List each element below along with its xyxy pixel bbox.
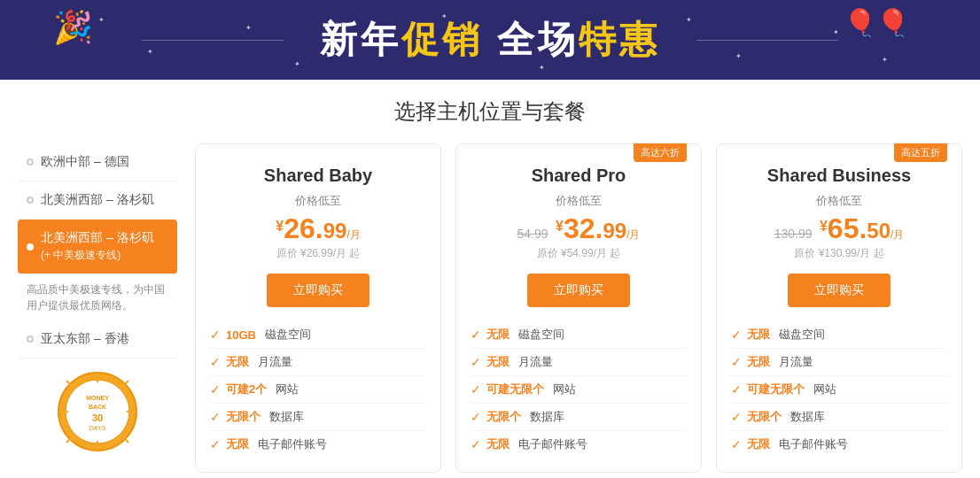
feature-baby-3: ✓ 无限个 数据库: [210, 404, 426, 431]
feature-highlight: 无限: [747, 327, 770, 343]
banner-decoration-left: 🎉: [53, 9, 93, 46]
section-title: 选择主机位置与套餐: [0, 97, 980, 126]
feature-highlight: 可建无限个: [486, 382, 544, 397]
banner-line-right: [696, 40, 838, 41]
check-icon: ✓: [471, 355, 481, 369]
sidebar-item-asia[interactable]: 亚太东部 – 香港: [18, 320, 177, 358]
svg-point-1: [66, 380, 129, 443]
sidebar-item-europe[interactable]: 欧洲中部 – 德国: [18, 143, 177, 181]
feature-pro-2: ✓ 可建无限个 网站: [471, 376, 687, 404]
plan-buy-area-pro: 立即购买: [456, 274, 701, 321]
banner: ✦ ✦ ✦ ✦ ✦ ✦ ✦ ✦ ✦ ✦ 🎉 新年促销 全场特惠 🎈🎈: [0, 0, 980, 80]
plan-name-baby: Shared Baby: [196, 144, 440, 193]
check-icon: ✓: [471, 328, 481, 342]
plan-price-new-baby: ¥26.99/月: [276, 214, 360, 243]
buy-button-pro[interactable]: 立即购买: [527, 274, 630, 307]
sidebar-dot-us-west: [27, 197, 34, 204]
sidebar-label-main: 北美洲西部 – 洛杉矶: [41, 230, 154, 246]
banner-title: 新年促销 全场特惠: [320, 15, 660, 65]
banner-line-left: [142, 40, 284, 41]
sidebar: 欧洲中部 – 德国 北美洲西部 – 洛杉矶 北美洲西部 – 洛杉矶 (+ 中美极…: [18, 143, 195, 473]
feature-business-4: ✓ 无限 电子邮件账号: [731, 431, 947, 458]
check-icon: ✓: [471, 410, 481, 424]
check-icon: ✓: [731, 328, 742, 342]
feature-baby-4: ✓ 无限 电子邮件账号: [210, 431, 426, 458]
feature-highlight: 可建无限个: [747, 382, 805, 397]
banner-text-highlight1: 促销: [401, 19, 483, 60]
sidebar-description: 高品质中美极速专线，为中国用户提供最优质网络。: [18, 274, 177, 320]
plan-card-pro: 高达六折 Shared Pro 价格低至 54.99 ¥32.99/月 原价 ¥…: [455, 143, 702, 473]
sidebar-dot-us-west-cn: [27, 243, 34, 251]
money-back-badge: MONEY BACK 30 DAYS: [53, 367, 142, 456]
feature-highlight: 无限: [486, 354, 509, 370]
feature-highlight: 可建2个: [226, 382, 267, 397]
sidebar-item-us-west[interactable]: 北美洲西部 – 洛杉矶: [18, 181, 177, 220]
check-icon: ✓: [210, 355, 221, 369]
sidebar-label-us-west: 北美洲西部 – 洛杉矶: [41, 192, 154, 208]
feature-pro-1: ✓ 无限 月流量: [471, 349, 687, 376]
check-icon: ✓: [210, 382, 221, 397]
check-icon: ✓: [731, 410, 742, 424]
buy-button-business[interactable]: 立即购买: [788, 274, 891, 307]
plan-badge-business: 高达五折: [894, 143, 947, 162]
feature-highlight: 10GB: [226, 328, 256, 342]
plan-tagline-pro: 价格低至: [456, 193, 701, 209]
svg-text:BACK: BACK: [89, 404, 106, 410]
plan-price-pro: 54.99 ¥32.99/月: [456, 214, 701, 243]
plan-features-pro: ✓ 无限 磁盘空间 ✓ 无限 月流量 ✓ 可建无限个 网站 ✓ 无限个 数据库: [456, 321, 701, 458]
money-back-svg: MONEY BACK 30 DAYS: [58, 372, 137, 451]
feature-baby-2: ✓ 可建2个 网站: [210, 376, 426, 404]
sidebar-label-asia: 亚太东部 – 香港: [41, 331, 129, 347]
sidebar-item-us-west-cn[interactable]: 北美洲西部 – 洛杉矶 (+ 中美极速专线): [18, 220, 177, 274]
feature-highlight: 无限: [226, 354, 249, 370]
feature-business-3: ✓ 无限个 数据库: [731, 404, 947, 431]
feature-highlight: 无限: [747, 436, 770, 452]
sidebar-label-europe: 欧洲中部 – 德国: [41, 154, 129, 170]
buy-button-baby[interactable]: 立即购买: [267, 274, 369, 307]
check-icon: ✓: [210, 437, 221, 451]
feature-baby-1: ✓ 无限 月流量: [210, 349, 426, 376]
feature-business-0: ✓ 无限 磁盘空间: [731, 321, 947, 349]
plan-price-old-pro: 54.99: [517, 227, 548, 241]
plans-area: Shared Baby 价格低至 ¥26.99/月 原价 ¥26.99/月 起 …: [195, 143, 962, 473]
feature-business-2: ✓ 可建无限个 网站: [731, 376, 947, 404]
check-icon: ✓: [471, 382, 481, 397]
plan-price-new-business: ¥65.50/月: [820, 214, 904, 243]
plan-tagline-business: 价格低至: [717, 193, 961, 209]
plan-price-old-business: 130.99: [774, 227, 813, 241]
main-content: 选择主机位置与套餐 欧洲中部 – 德国 北美洲西部 – 洛杉矶 北美洲西部 – …: [0, 80, 980, 473]
plan-card-baby: Shared Baby 价格低至 ¥26.99/月 原价 ¥26.99/月 起 …: [195, 143, 441, 473]
sidebar-dot-europe: [27, 158, 34, 166]
feature-baby-0: ✓ 10GB 磁盘空间: [210, 321, 426, 349]
banner-text-normal2: 全场: [497, 19, 579, 60]
plan-price-original-baby: 原价 ¥26.99/月 起: [196, 246, 440, 261]
svg-text:MONEY: MONEY: [86, 395, 109, 401]
sidebar-dot-asia: [27, 335, 34, 343]
feature-highlight: 无限个: [486, 409, 521, 425]
svg-text:30: 30: [92, 412, 103, 423]
check-icon: ✓: [731, 382, 742, 397]
plan-price-baby: ¥26.99/月: [196, 214, 440, 243]
plan-tagline-baby: 价格低至: [196, 193, 440, 209]
feature-pro-0: ✓ 无限 磁盘空间: [471, 321, 687, 349]
check-icon: ✓: [731, 355, 742, 369]
plan-badge-pro: 高达六折: [634, 143, 687, 162]
sidebar-label-sub: (+ 中美极速专线): [41, 248, 154, 263]
sidebar-label-us-west-cn-container: 北美洲西部 – 洛杉矶 (+ 中美极速专线): [41, 230, 154, 263]
check-icon: ✓: [731, 437, 742, 451]
banner-decoration-right: 🎈🎈: [844, 7, 909, 38]
plan-buy-area-business: 立即购买: [717, 274, 961, 321]
banner-text-normal1: 新年: [320, 19, 401, 60]
plan-price-new-pro: ¥32.99/月: [556, 214, 640, 243]
feature-highlight: 无限: [747, 354, 770, 370]
banner-text-highlight2: 特惠: [579, 19, 660, 60]
plan-card-business: 高达五折 Shared Business 价格低至 130.99 ¥65.50/…: [716, 143, 962, 473]
feature-highlight: 无限: [486, 436, 509, 452]
check-icon: ✓: [210, 328, 221, 342]
feature-highlight: 无限个: [747, 409, 782, 425]
check-icon: ✓: [210, 410, 221, 424]
feature-highlight: 无限: [226, 436, 249, 452]
feature-pro-3: ✓ 无限个 数据库: [471, 404, 687, 431]
feature-highlight: 无限: [486, 327, 509, 343]
plan-price-original-business: 原价 ¥130.99/月 起: [717, 246, 961, 261]
